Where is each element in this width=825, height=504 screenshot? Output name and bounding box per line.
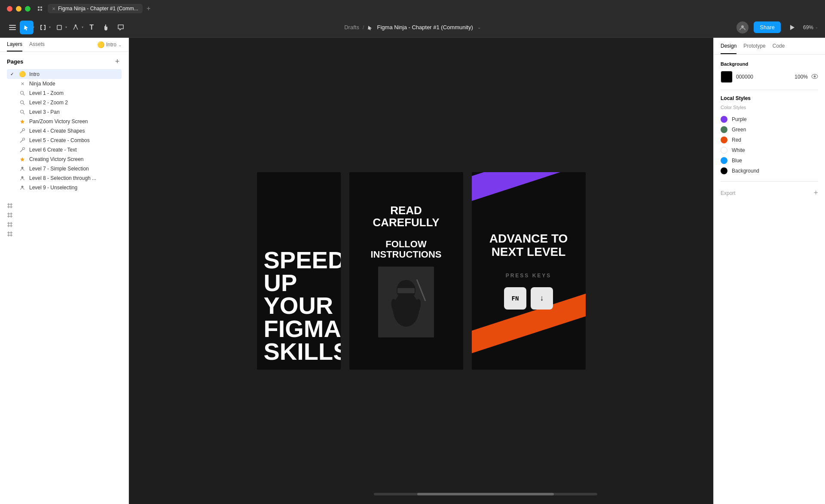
svg-marker-30 <box>20 157 24 161</box>
prototype-tab[interactable]: Prototype <box>743 38 765 54</box>
tab-title: Figma Ninja - Chapter #1 (Comm... <box>58 6 138 12</box>
svg-point-31 <box>21 167 24 169</box>
comment-tool-button[interactable] <box>114 21 127 34</box>
page-item-level-5---create---combos[interactable]: Level 5 - Create - Combos <box>7 136 122 145</box>
canvas-scrollbar[interactable] <box>374 493 597 495</box>
color-style-purple[interactable]: Purple <box>721 114 818 124</box>
shape-tool-button[interactable] <box>52 21 66 34</box>
page-item-ninja-mode[interactable]: ✕ Ninja Mode <box>7 79 122 88</box>
svg-marker-23 <box>20 119 24 124</box>
export-label: Export <box>721 190 736 196</box>
page-item-intro[interactable]: ✓ 🟡 Intro <box>7 69 122 79</box>
frame-tool-group: ▾ <box>36 21 51 34</box>
right-panel-tabs: Design Prototype Code <box>714 38 825 55</box>
traffic-lights <box>7 6 31 12</box>
right-panel-content: Background 000000 100% Local Styles <box>714 55 825 504</box>
page-item-level-1---zoom[interactable]: Level 1 - Zoom <box>7 88 122 98</box>
page-title-button[interactable]: Figma Ninja - Chapter #1 (Community) ⌄ <box>368 24 481 30</box>
background-visibility-toggle[interactable] <box>811 73 818 80</box>
frame-advance[interactable]: ADVANCE TONEXT LEVEL PRESS KEYS FN ↓ <box>472 172 586 370</box>
minimize-traffic-light[interactable] <box>16 6 21 12</box>
design-tab[interactable]: Design <box>721 38 736 54</box>
menu-button[interactable] <box>7 21 18 33</box>
color-style-green[interactable]: Green <box>721 124 818 135</box>
page-item-level-7---simple-selection[interactable]: Level 7 - Simple Selection <box>7 164 122 173</box>
color-style-background[interactable]: Background <box>721 166 818 176</box>
color-style-red[interactable]: Red <box>721 135 818 145</box>
purple-color-dot <box>721 116 727 123</box>
page-item-pan/zoom-victory-screen[interactable]: Pan/Zoom Victory Screen <box>7 117 122 126</box>
blue-color-dot <box>721 157 727 164</box>
add-page-button[interactable]: + <box>113 57 122 66</box>
maximize-traffic-light[interactable] <box>25 6 31 12</box>
svg-rect-53 <box>397 288 415 293</box>
export-add-button[interactable]: + <box>813 188 818 197</box>
layers-tab[interactable]: Layers <box>7 41 22 52</box>
shape-tool-group: ▾ <box>52 21 67 34</box>
canvas-area[interactable]: SPEEDUPYOURFIGMASKILLS READCAREFULLY FOL… <box>129 38 713 504</box>
svg-point-27 <box>23 138 25 140</box>
page-type-icon <box>19 91 26 96</box>
svg-rect-11 <box>40 25 41 30</box>
advance-text: ADVANCE TONEXT LEVEL <box>489 232 568 259</box>
background-color-hex[interactable]: 000000 <box>736 74 791 80</box>
new-tab-button[interactable]: + <box>144 4 153 13</box>
page-item-level-8---selection-through-...[interactable]: Level 8 - Selection through ... <box>7 173 122 183</box>
page-item-level-2---zoom-2[interactable]: Level 2 - Zoom 2 <box>7 98 122 107</box>
page-item-level-3---pan[interactable]: Level 3 - Pan <box>7 107 122 117</box>
section-divider-2 <box>721 181 818 182</box>
present-button[interactable] <box>786 21 798 33</box>
canvas-scrollbar-thumb[interactable] <box>417 493 554 495</box>
frame-layer-2[interactable] <box>7 212 122 218</box>
color-style-blue[interactable]: Blue <box>721 155 818 166</box>
assets-tab[interactable]: Assets <box>29 41 45 52</box>
close-traffic-light[interactable] <box>7 6 12 12</box>
svg-point-25 <box>23 129 25 131</box>
frame-read-carefully[interactable]: READCAREFULLY FOLLOWINSTRUCTIONS <box>349 172 463 370</box>
blue-color-name: Blue <box>732 158 742 164</box>
pen-tool-button[interactable] <box>69 21 82 34</box>
frame-layer-4[interactable] <box>7 231 122 237</box>
page-item-creating-victory-screen[interactable]: Creating Victory Screen <box>7 155 122 164</box>
background-color-swatch[interactable] <box>721 71 733 83</box>
pen-tool-group: ▾ <box>69 21 83 34</box>
page-check: ✓ <box>10 72 15 76</box>
purple-color-name: Purple <box>732 116 747 122</box>
select-tool-button[interactable] <box>20 21 34 34</box>
canvas-scrollbar-container[interactable] <box>258 493 713 495</box>
code-tab[interactable]: Code <box>773 38 785 54</box>
svg-point-19 <box>21 101 24 104</box>
text-tool-button[interactable]: T <box>85 21 98 34</box>
color-style-white[interactable]: White <box>721 145 818 155</box>
local-styles-section: Local Styles Color Styles Purple Green R… <box>721 95 818 176</box>
background-opacity[interactable]: 100% <box>794 74 808 80</box>
right-panel: Design Prototype Code Background 000000 … <box>713 38 825 504</box>
svg-rect-0 <box>38 6 40 8</box>
share-button[interactable]: Share <box>754 21 781 33</box>
frame-speed-up[interactable]: SPEEDUPYOURFIGMASKILLS <box>257 172 341 370</box>
select-tool-group: ▾ <box>20 21 34 34</box>
frame-layer-3[interactable] <box>7 222 122 228</box>
zoom-control[interactable]: 69% ⌄ <box>803 24 818 30</box>
background-color-name: Background <box>732 168 759 174</box>
page-type-icon <box>19 100 26 105</box>
page-item-level-9---unselecting[interactable]: Level 9 - Unselecting <box>7 183 122 192</box>
page-type-icon <box>19 147 26 152</box>
layers-section <box>0 196 128 504</box>
advance-content: ADVANCE TONEXT LEVEL PRESS KEYS FN ↓ <box>472 172 586 370</box>
active-tab[interactable]: ✕ Figma Ninja - Chapter #1 (Comm... <box>48 4 143 13</box>
frame-tool-button[interactable] <box>36 21 50 34</box>
svg-point-14 <box>75 24 76 26</box>
hand-tool-button[interactable] <box>100 21 113 34</box>
page-item-level-4---create-shapes[interactable]: Level 4 - Create Shapes <box>7 126 122 136</box>
color-styles-list: Purple Green Red White Blue Background <box>721 114 818 176</box>
breadcrumb-drafts[interactable]: Drafts <box>344 24 359 30</box>
page-item-level-6-create---text[interactable]: Level 6 Create - Text <box>7 145 122 155</box>
local-styles-label: Local Styles <box>721 95 818 101</box>
svg-point-58 <box>814 76 816 78</box>
frame-layer-1[interactable] <box>7 203 122 209</box>
background-section-label: Background <box>721 61 818 67</box>
color-styles-sublabel: Color Styles <box>721 105 818 110</box>
ninja-image <box>378 267 434 337</box>
tab-bar: ✕ Figma Ninja - Chapter #1 (Comm... + <box>48 4 818 13</box>
